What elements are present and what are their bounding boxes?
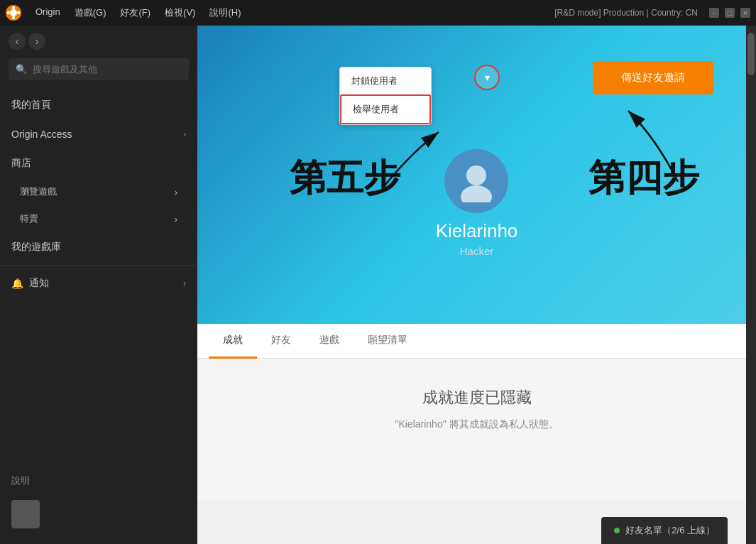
achievement-hidden-desc: "Kielarinho" 將其成就設為私人狀態。 (212, 418, 742, 431)
titlebar-right: [R&D mode] Production | Country: CN － □ … (554, 8, 750, 18)
nav-forward-button[interactable]: › (28, 33, 45, 50)
sidebar-item-sale[interactable]: 特賣 › (0, 205, 197, 232)
minimize-button[interactable]: － (709, 8, 719, 18)
svg-point-9 (461, 185, 492, 202)
menu-help[interactable]: 說明(H) (204, 4, 246, 22)
chevron-right-icon4: › (183, 278, 186, 288)
profile-dropdown-button[interactable]: ▾ (474, 65, 500, 90)
sidebar-user (11, 493, 186, 535)
sidebar: ‹ › 🔍 我的首頁 Origin Access › 商店 瀏覽遊戲 › 特賣 … (0, 26, 197, 544)
sidebar-item-notifications[interactable]: 🔔 通知 › (0, 268, 197, 298)
sidebar-item-store[interactable]: 商店 (0, 148, 197, 178)
sidebar-user-avatar (11, 500, 40, 528)
step4-label: 第四步 (588, 153, 699, 203)
context-menu: 封鎖使用者 檢舉使用者 (339, 67, 432, 125)
titlebar: Origin 遊戲(G) 好友(F) 檢視(V) 說明(H) [R&D mode… (0, 0, 756, 26)
search-box: 🔍 (9, 58, 189, 80)
menu-game[interactable]: 遊戲(G) (69, 4, 112, 22)
svg-point-4 (7, 11, 10, 14)
origin-logo-icon (6, 5, 21, 21)
menu-view[interactable]: 檢視(V) (159, 4, 201, 22)
app-body: ‹ › 🔍 我的首頁 Origin Access › 商店 瀏覽遊戲 › 特賣 … (0, 26, 756, 544)
online-status-dot (614, 528, 620, 533)
nav-back-button[interactable]: ‹ (9, 33, 26, 50)
dropdown-arrow-icon: ▾ (485, 72, 490, 83)
sidebar-item-sale-label: 特賣 (20, 212, 38, 225)
friends-bar[interactable]: 好友名單（2/6 上線） (601, 517, 728, 544)
sidebar-item-library[interactable]: 我的遊戲庫 (0, 232, 197, 262)
context-menu-block[interactable]: 封鎖使用者 (340, 67, 431, 94)
sidebar-help-item[interactable]: 說明 (11, 469, 186, 493)
bell-icon: 🔔 (11, 278, 23, 289)
maximize-button[interactable]: □ (725, 8, 735, 18)
sidebar-bottom: 說明 (0, 460, 197, 544)
tab-friends[interactable]: 好友 (257, 324, 305, 359)
sidebar-item-origin-access-label: Origin Access (11, 129, 72, 140)
svg-point-2 (12, 6, 15, 9)
titlebar-menu: Origin 遊戲(G) 好友(F) 檢視(V) 說明(H) (30, 4, 246, 22)
nav-arrows: ‹ › (0, 26, 197, 54)
chevron-right-icon2: › (175, 187, 177, 197)
svg-point-5 (17, 11, 20, 14)
tab-achievements[interactable]: 成就 (209, 324, 257, 359)
sidebar-item-notifications-label: 通知 (29, 277, 49, 290)
menu-friends[interactable]: 好友(F) (114, 4, 156, 22)
step5-label: 第五步 (290, 153, 400, 203)
tab-games[interactable]: 遊戲 (305, 324, 354, 359)
menu-origin[interactable]: Origin (30, 4, 66, 22)
titlebar-status: [R&D mode] Production | Country: CN (554, 8, 698, 18)
window-controls: － □ × (709, 8, 750, 18)
context-menu-report[interactable]: 檢舉使用者 (340, 94, 431, 124)
sidebar-item-home[interactable]: 我的首頁 (0, 90, 197, 120)
scrollbar-track (746, 26, 756, 544)
svg-point-3 (12, 16, 15, 19)
close-button[interactable]: × (740, 8, 750, 18)
sidebar-item-origin-access[interactable]: Origin Access › (0, 120, 197, 148)
profile-tabs: 成就 好友 遊戲 願望清單 (197, 324, 756, 359)
profile-subtitle: Hacker (460, 245, 494, 257)
sidebar-item-browse-games[interactable]: 瀏覽遊戲 › (0, 178, 197, 205)
scrollbar-thumb[interactable] (747, 33, 755, 75)
sidebar-item-store-label: 商店 (11, 157, 31, 170)
sidebar-item-browse-label: 瀏覽遊戲 (20, 185, 57, 198)
search-icon: 🔍 (16, 64, 27, 75)
chevron-right-icon3: › (175, 214, 177, 224)
tab-wishlist[interactable]: 願望清單 (354, 324, 422, 359)
profile-avatar-icon (444, 149, 508, 213)
friends-bar-label: 好友名單（2/6 上線） (625, 524, 715, 537)
sidebar-item-library-label: 我的遊戲庫 (11, 241, 61, 254)
profile-body: 成就進度已隱藏 "Kielarinho" 將其成就設為私人狀態。 (197, 359, 756, 501)
profile-header: 封鎖使用者 檢舉使用者 ▾ 傳送好友邀請 第五步 第四步 (197, 26, 756, 324)
achievement-hidden-title: 成就進度已隱藏 (212, 387, 742, 408)
profile-avatar-area: Kielarinho Hacker (436, 149, 518, 257)
svg-point-8 (466, 165, 486, 185)
svg-point-1 (10, 9, 17, 16)
search-input[interactable] (33, 64, 182, 75)
sidebar-item-home-label: 我的首頁 (11, 99, 51, 111)
send-invite-button[interactable]: 傳送好友邀請 (593, 61, 713, 94)
user-avatar-svg (455, 160, 498, 202)
chevron-right-icon: › (183, 129, 186, 139)
profile-username: Kielarinho (436, 220, 518, 242)
titlebar-left: Origin 遊戲(G) 好友(F) 檢視(V) 說明(H) (6, 4, 246, 22)
main-content: 封鎖使用者 檢舉使用者 ▾ 傳送好友邀請 第五步 第四步 (197, 26, 756, 544)
